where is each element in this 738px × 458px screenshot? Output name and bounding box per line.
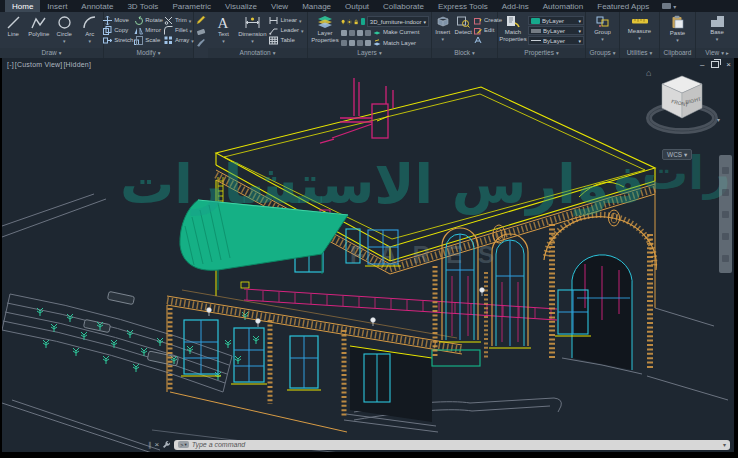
block-attributes-icon[interactable] [474,36,482,44]
layer-dropdown[interactable]: 3D_furniture-indoor ▾ [367,16,429,27]
table-button[interactable]: Table [269,36,303,45]
tab-express-tools[interactable]: Express Tools [431,0,495,12]
drawing-canvas[interactable]: فوارس الاستشارات فوارس الاستشارات FARES … [2,58,734,452]
trim-button[interactable]: Trim▾ [164,16,194,25]
panel-label-properties[interactable]: Properties▾ [498,48,585,58]
panel-label-groups[interactable]: Groups▾ [586,48,619,58]
viewcube-graphic[interactable]: FRONT RIGHT [644,64,720,148]
dimension-button[interactable]: Dimension ▾ [236,13,268,48]
viewcube-menu-icon[interactable]: ▾ [717,116,720,123]
scale-icon [134,36,143,45]
tab-view[interactable]: View [264,0,295,12]
linear-button[interactable]: Linear▾ [269,16,303,25]
viewcube-home-icon[interactable]: ⌂ [646,68,651,78]
tab-featured-apps[interactable]: Featured Apps [590,0,656,12]
lock-icon[interactable] [354,18,358,26]
array-icon [164,36,173,45]
layer-color-swatch[interactable] [361,18,365,25]
viewport-menu-control[interactable]: [-] [7,61,14,68]
bulb-icon[interactable] [341,18,345,26]
command-input[interactable]: >▾ Type a command ▾ [174,440,730,450]
brush-icon[interactable] [196,38,206,48]
eraser-icon[interactable] [196,27,206,37]
layer-properties-icon [317,15,333,29]
chevron-down-icon: ▾ [191,39,194,43]
layer-properties-button[interactable]: Layer Properties [310,13,340,48]
panel-label-block[interactable]: Block▾ [432,48,497,58]
panel-label-modify[interactable]: Modify▾ [104,48,193,58]
full-navigation-wheel-icon [722,167,729,174]
create-block-button[interactable]: Create [474,16,496,25]
customize-wrench-icon[interactable] [162,440,171,449]
copy-button[interactable]: Copy [103,26,133,35]
recent-commands-icon[interactable]: ▾ [723,441,726,448]
scale-button[interactable]: Scale [134,36,163,45]
panel-groups: Group ▾ Groups▾ [586,12,620,58]
viewport-view-control[interactable]: [Custom View] [15,61,63,68]
command-bar: ∥ × >▾ Type a command ▾ [148,439,730,450]
tab-visualize[interactable]: Visualize [218,0,264,12]
panel-draw: Line Polyline Circle ▾ Arc ▾ Draw▾ [0,12,104,58]
chevron-down-icon: ▾ [567,38,581,44]
move-button[interactable]: Move [103,16,133,25]
arc-button[interactable]: Arc ▾ [78,13,103,48]
group-button[interactable]: Group ▾ [591,13,615,48]
panel-label-utilities[interactable]: Utilities▾ [620,48,659,58]
chevron-down-icon: ▾ [472,50,475,56]
command-grip[interactable]: ∥ [148,441,152,449]
panel-label-draw[interactable]: Draw▾ [0,48,103,58]
viewport-visual-style-control[interactable]: [Hidden] [63,61,91,68]
pencil-icon[interactable] [196,15,206,25]
panel-label-layers[interactable]: Layers▾ [308,48,431,58]
match-properties-button[interactable]: Match Properties [499,13,527,48]
match-layer-button[interactable]: Match Layer [373,39,416,48]
base-button[interactable]: Base ▾ [704,13,730,48]
mirror-button[interactable]: Mirror [134,26,163,35]
chevron-down-icon: ▾ [158,50,161,56]
array-button[interactable]: Array▾ [164,36,194,45]
circle-button[interactable]: Circle ▾ [52,13,77,48]
polyline-button[interactable]: Polyline [27,13,52,48]
base-view-icon [710,15,725,28]
line-button[interactable]: Line [1,13,26,48]
ribbon-display-toggle[interactable]: ▾ [662,0,676,12]
rotate-button[interactable]: Rotate [134,16,163,25]
tab-annotate[interactable]: Annotate [74,0,120,12]
leader-button[interactable]: Leader▾ [269,26,303,35]
chevron-down-icon: ▾ [441,37,444,41]
wcs-dropdown[interactable]: WCS ▾ [662,149,692,160]
color-control[interactable]: ByLayer ▾ [528,16,584,25]
navigation-bar[interactable] [719,155,732,273]
make-current-button[interactable]: Make Current [373,28,419,37]
tab-home[interactable]: Home [5,0,40,12]
detect-button[interactable]: Detect [454,13,474,48]
lineweight-control[interactable]: ByLayer ▾ [528,26,584,35]
insert-button[interactable]: Insert ▾ [433,13,453,48]
panel-label-clipboard[interactable]: Clipboard [660,48,695,58]
fillet-button[interactable]: Fillet▾ [164,26,194,35]
fillet-icon [164,26,173,35]
panel-label-annotation[interactable]: Annotation▾ [208,48,307,58]
tab-output[interactable]: Output [338,0,376,12]
command-prompt-icon[interactable]: >▾ [178,441,188,448]
tab-collaborate[interactable]: Collaborate [376,0,431,12]
linetype-control[interactable]: ByLayer ▾ [528,36,584,45]
text-button[interactable]: A Text ▾ [211,13,235,48]
tab-add-ins[interactable]: Add-ins [495,0,536,12]
chevron-down-icon: ▾ [676,38,679,42]
layer-tools-row-2: Match Layer [341,39,429,49]
stretch-button[interactable]: Stretch [103,36,133,45]
chevron-down-icon: ▾ [299,19,302,23]
command-close-icon[interactable]: × [155,441,160,449]
tab-parametric[interactable]: Parametric [165,0,218,12]
tab-automation[interactable]: Automation [536,0,590,12]
edit-block-button[interactable]: Edit [474,26,496,35]
sun-icon[interactable] [347,18,352,26]
close-button[interactable]: × [726,60,731,69]
measure-button[interactable]: Measure ▾ [625,13,655,48]
tab-insert[interactable]: Insert [40,0,74,12]
panel-label-view[interactable]: View▾▸ [696,48,738,58]
tab-3d-tools[interactable]: 3D Tools [120,0,165,12]
paste-button[interactable]: Paste ▾ [665,13,691,48]
tab-manage[interactable]: Manage [295,0,338,12]
